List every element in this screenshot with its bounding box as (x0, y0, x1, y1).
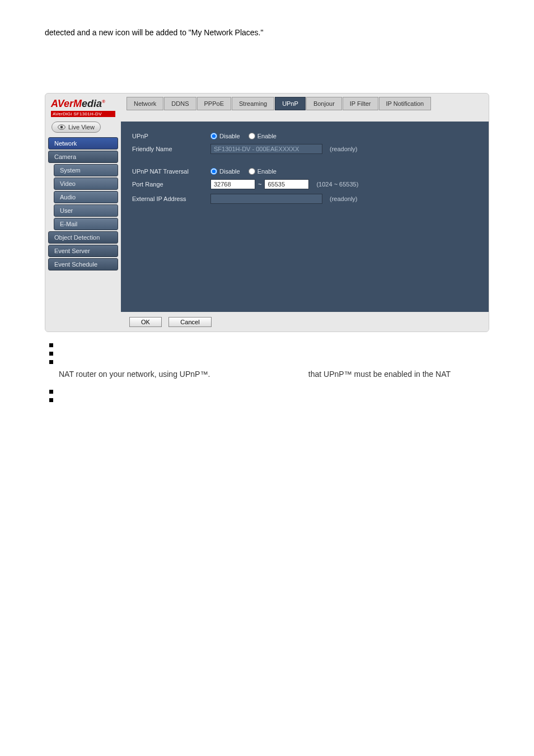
sidebar-item-camera[interactable]: Camera (48, 151, 118, 163)
upnp-disable-option[interactable]: Disable (210, 133, 240, 139)
sidebar-item-event-server[interactable]: Event Server (48, 245, 118, 257)
sidebar-item-user[interactable]: User (54, 204, 118, 217)
eye-icon (58, 124, 65, 130)
tab-network[interactable]: Network (127, 97, 163, 110)
tab-ip-notification[interactable]: IP Notification (379, 97, 432, 110)
app-window: AVerMedia® AVerDiGi SF1301H-DV NetworkDD… (45, 93, 489, 332)
port-high-input[interactable] (264, 179, 309, 189)
bullet-icon (49, 360, 53, 364)
nat-disable-radio[interactable] (210, 168, 217, 175)
tab-ip-filter[interactable]: IP Filter (343, 97, 378, 110)
nat-label: UPnP NAT Traversal (132, 168, 210, 175)
brand-logo: AVerMedia® (51, 98, 115, 110)
brand-subline: AVerDiGi SF1301H-DV (51, 111, 115, 117)
external-ip-input (210, 194, 322, 204)
sidebar-item-video[interactable]: Video (54, 178, 118, 190)
live-view-button[interactable]: Live View (51, 122, 101, 133)
sidebar: Live View NetworkCameraSystemVideoAudioU… (45, 122, 121, 312)
footer-actions: OK Cancel (45, 312, 489, 332)
upnp-section: UPnP Disable Enable Friendly Name (reado… (132, 133, 477, 154)
bullet-icon (49, 343, 53, 347)
logo-area: AVerMedia® AVerDiGi SF1301H-DV (45, 94, 121, 122)
nat-enable-radio[interactable] (249, 168, 255, 175)
sidebar-item-network[interactable]: Network (48, 137, 118, 150)
range-dash: ~ (258, 181, 261, 188)
readonly-note-2: (readonly) (330, 195, 358, 202)
bullet-icon (49, 398, 53, 402)
bullet-icon (49, 352, 53, 356)
main-row: Live View NetworkCameraSystemVideoAudioU… (45, 122, 489, 312)
upnp-enable-option[interactable]: Enable (249, 133, 277, 139)
bullet-icon (49, 390, 53, 394)
ok-button[interactable]: OK (129, 317, 162, 327)
sidebar-item-system[interactable]: System (54, 164, 118, 176)
bullet-list (49, 340, 489, 364)
svg-point-1 (60, 126, 63, 129)
tab-streaming[interactable]: Streaming (232, 97, 274, 110)
nat-enable-option[interactable]: Enable (249, 168, 277, 175)
tab-upnp[interactable]: UPnP (275, 97, 306, 110)
sidebar-item-event-schedule[interactable]: Event Schedule (48, 258, 118, 270)
tab-bar: NetworkDDNSPPPoEStreamingUPnPBonjourIP F… (121, 94, 489, 110)
upnp-label: UPnP (132, 133, 210, 139)
nat-section: UPnP NAT Traversal Disable Enable Port R… (132, 168, 477, 204)
sidebar-item-audio[interactable]: Audio (54, 191, 118, 203)
tab-pppoe[interactable]: PPPoE (197, 97, 231, 110)
disable-label-2: Disable (219, 168, 240, 175)
cancel-button[interactable]: Cancel (168, 317, 211, 327)
upnp-enable-radio[interactable] (249, 133, 255, 139)
bottom-paragraph: NAT router on your network, using UPnP™.… (59, 370, 451, 379)
port-range-note: (1024 ~ 65535) (316, 181, 358, 188)
disable-label: Disable (219, 133, 240, 139)
footer-text-right: that UPnP™ must be enabled in the NAT (308, 370, 451, 379)
bullet-list-2 (49, 387, 489, 402)
sidebar-item-object-detection[interactable]: Object Detection (48, 231, 118, 244)
tab-bonjour[interactable]: Bonjour (306, 97, 342, 110)
friendly-name-input (210, 144, 322, 154)
port-low-input[interactable] (210, 179, 255, 189)
intro-text: detected and a new icon will be added to… (45, 28, 489, 37)
enable-label: Enable (257, 133, 277, 139)
external-ip-label: External IP Address (132, 195, 210, 202)
friendly-name-label: Friendly Name (132, 146, 210, 152)
enable-label-2: Enable (257, 168, 277, 175)
upnp-disable-radio[interactable] (210, 133, 217, 139)
footer-text-left: NAT router on your network, using UPnP™. (59, 370, 210, 379)
tab-ddns[interactable]: DDNS (164, 97, 196, 110)
readonly-note-1: (readonly) (330, 146, 358, 152)
live-view-label: Live View (68, 124, 95, 130)
nat-disable-option[interactable]: Disable (210, 168, 240, 175)
sidebar-item-e-mail[interactable]: E-Mail (54, 218, 118, 230)
port-range-label: Port Range (132, 181, 210, 188)
content-panel: UPnP Disable Enable Friendly Name (reado… (121, 122, 489, 312)
header-row: AVerMedia® AVerDiGi SF1301H-DV NetworkDD… (45, 94, 489, 122)
